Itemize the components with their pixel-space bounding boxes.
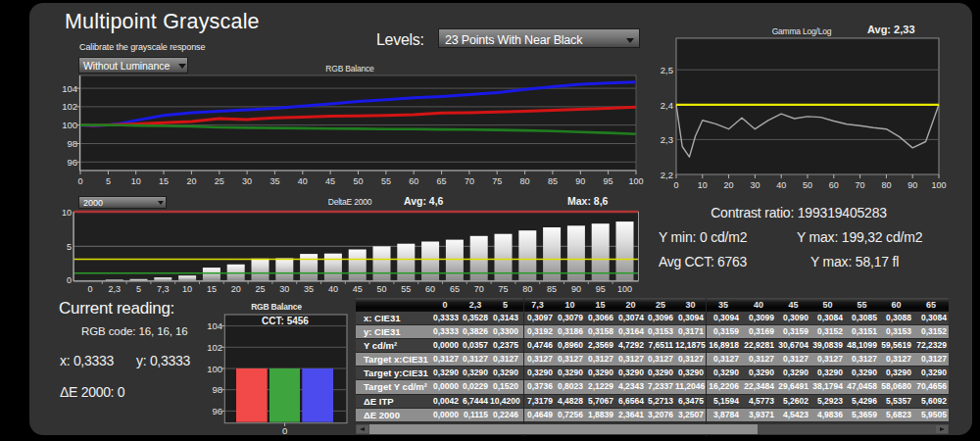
svg-text:25: 25 bbox=[255, 284, 265, 294]
svg-text:0: 0 bbox=[673, 180, 678, 190]
svg-text:0: 0 bbox=[87, 284, 92, 294]
svg-text:75: 75 bbox=[492, 176, 502, 186]
svg-text:10: 10 bbox=[182, 284, 192, 294]
svg-text:20: 20 bbox=[724, 180, 734, 190]
svg-text:90: 90 bbox=[907, 180, 917, 190]
svg-text:60: 60 bbox=[425, 284, 435, 294]
svg-text:5: 5 bbox=[136, 284, 141, 294]
svg-text:20: 20 bbox=[231, 284, 241, 294]
svg-text:80: 80 bbox=[522, 284, 532, 294]
svg-text:10: 10 bbox=[62, 208, 72, 218]
svg-text:30: 30 bbox=[242, 176, 252, 186]
svg-text:5: 5 bbox=[106, 176, 111, 186]
svg-text:60: 60 bbox=[409, 176, 418, 186]
svg-text:Max: 8,6: Max: 8,6 bbox=[567, 195, 609, 207]
svg-text:40: 40 bbox=[328, 284, 338, 294]
svg-text:55: 55 bbox=[381, 176, 391, 186]
svg-text:2,5: 2,5 bbox=[661, 65, 673, 75]
svg-text:100: 100 bbox=[207, 364, 222, 374]
svg-text:96: 96 bbox=[212, 406, 222, 416]
svg-text:95: 95 bbox=[596, 284, 606, 294]
svg-text:RGB Balance: RGB Balance bbox=[325, 64, 374, 74]
svg-text:Gamma Log/Log: Gamma Log/Log bbox=[772, 26, 832, 36]
svg-text:15: 15 bbox=[207, 284, 217, 294]
svg-text:Avg: 4,6: Avg: 4,6 bbox=[404, 195, 444, 207]
svg-text:CCT: 5456: CCT: 5456 bbox=[262, 316, 309, 326]
svg-text:100: 100 bbox=[931, 180, 946, 190]
svg-text:50: 50 bbox=[803, 180, 812, 190]
svg-text:100: 100 bbox=[617, 284, 632, 294]
svg-text:25: 25 bbox=[215, 176, 224, 186]
svg-text:102: 102 bbox=[62, 101, 77, 112]
svg-text:90: 90 bbox=[571, 284, 581, 294]
svg-text:80: 80 bbox=[881, 180, 891, 190]
svg-text:98: 98 bbox=[67, 138, 77, 149]
svg-text:65: 65 bbox=[450, 284, 460, 294]
svg-text:90: 90 bbox=[575, 176, 585, 186]
svg-text:50: 50 bbox=[353, 176, 363, 186]
svg-text:35: 35 bbox=[304, 284, 314, 294]
svg-text:75: 75 bbox=[498, 284, 508, 294]
svg-text:45: 45 bbox=[325, 176, 335, 186]
svg-text:95: 95 bbox=[604, 176, 613, 186]
svg-text:2,4: 2,4 bbox=[661, 100, 673, 111]
svg-text:80: 80 bbox=[520, 176, 530, 186]
svg-text:65: 65 bbox=[437, 176, 447, 186]
svg-text:5: 5 bbox=[67, 242, 72, 252]
svg-text:0: 0 bbox=[77, 176, 82, 186]
svg-text:60: 60 bbox=[829, 180, 839, 190]
svg-text:100: 100 bbox=[62, 120, 77, 130]
svg-text:RGB Balance: RGB Balance bbox=[251, 302, 302, 312]
svg-text:40: 40 bbox=[298, 176, 308, 186]
svg-text:96: 96 bbox=[67, 157, 77, 168]
svg-text:0: 0 bbox=[67, 275, 72, 285]
svg-text:70: 70 bbox=[856, 180, 865, 190]
svg-text:DeltaE 2000: DeltaE 2000 bbox=[328, 197, 372, 207]
svg-text:2,2: 2,2 bbox=[661, 170, 673, 180]
svg-text:55: 55 bbox=[401, 284, 411, 294]
svg-text:0: 0 bbox=[282, 425, 287, 436]
svg-text:30: 30 bbox=[279, 284, 289, 294]
svg-text:10: 10 bbox=[131, 176, 141, 186]
svg-text:100: 100 bbox=[628, 176, 643, 186]
svg-text:104: 104 bbox=[207, 320, 222, 331]
svg-text:40: 40 bbox=[776, 180, 786, 190]
svg-text:35: 35 bbox=[270, 176, 279, 186]
svg-text:20: 20 bbox=[186, 176, 196, 186]
svg-text:30: 30 bbox=[750, 180, 760, 190]
svg-text:2,3: 2,3 bbox=[661, 134, 673, 145]
svg-text:Avg: 2,33: Avg: 2,33 bbox=[867, 24, 915, 35]
svg-text:85: 85 bbox=[547, 284, 557, 294]
svg-text:10: 10 bbox=[698, 180, 708, 190]
svg-text:7,3: 7,3 bbox=[157, 284, 170, 294]
svg-text:85: 85 bbox=[548, 176, 558, 186]
svg-text:70: 70 bbox=[474, 284, 484, 294]
svg-text:45: 45 bbox=[353, 284, 363, 294]
svg-text:104: 104 bbox=[62, 83, 77, 94]
svg-text:70: 70 bbox=[465, 176, 474, 186]
svg-text:50: 50 bbox=[376, 284, 386, 294]
svg-text:102: 102 bbox=[207, 342, 222, 353]
svg-text:98: 98 bbox=[212, 384, 222, 395]
svg-text:2,3: 2,3 bbox=[108, 284, 121, 294]
svg-text:15: 15 bbox=[159, 176, 169, 186]
